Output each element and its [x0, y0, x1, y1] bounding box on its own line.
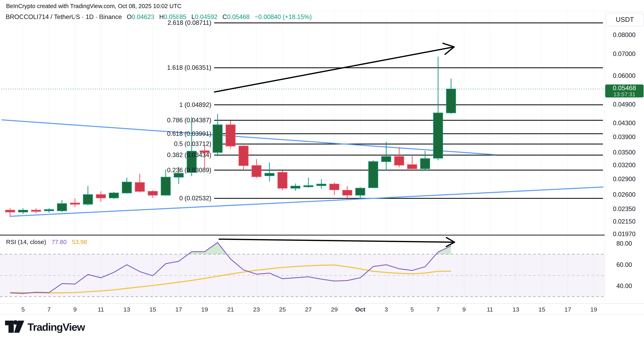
- rsi-value: 77.80: [52, 238, 67, 245]
- price-axis[interactable]: [605, 26, 644, 303]
- rsi-name: RSI (14, close): [6, 238, 46, 245]
- rsi-ma-value: 53.98: [72, 238, 87, 245]
- currency-toggle-button[interactable]: USDT: [606, 13, 644, 26]
- pane-separator[interactable]: [0, 235, 605, 235]
- footer-divider: [0, 314, 644, 315]
- rsi-indicator-legend[interactable]: RSI (14, close) 77.80 53.98: [6, 238, 87, 245]
- tradingview-chart-window: BeInCrypto created with TradingView.com,…: [0, 0, 644, 338]
- tradingview-logo[interactable]: TradingView: [4, 319, 85, 335]
- tradingview-logo-text: TradingView: [28, 321, 85, 333]
- tradingview-logo-icon: [4, 319, 25, 335]
- time-axis[interactable]: [0, 304, 604, 314]
- chart-canvas[interactable]: [0, 0, 644, 338]
